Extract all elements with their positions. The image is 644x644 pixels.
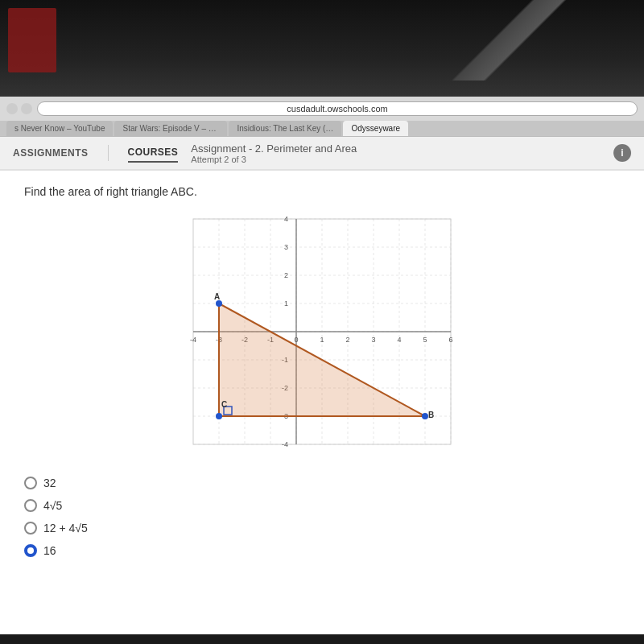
nav-back-button[interactable]	[6, 103, 18, 114]
nav-bar: ASSIGNMENTS COURSES Assignment - 2. Peri…	[0, 137, 644, 171]
point-c-dot	[216, 413, 222, 419]
assignment-title: Assignment - 2. Perimeter and Area	[191, 142, 613, 155]
radio-d[interactable]	[24, 544, 37, 557]
svg-text:-4: -4	[190, 336, 196, 344]
tab-youtube[interactable]: s Never Know – YouTube	[6, 121, 113, 136]
page-content: ASSIGNMENTS COURSES Assignment - 2. Peri…	[0, 137, 644, 634]
tab-insidious[interactable]: Insidious: The Last Key (2018) Watc...	[229, 121, 341, 136]
svg-text:0: 0	[294, 336, 298, 344]
assignments-nav[interactable]: ASSIGNMENTS	[13, 144, 89, 162]
graph-container: -3 -2 -1 0 1 2 3 4 5 6 -4 4 3 2 1 -1 -2 …	[169, 211, 475, 460]
browser-controls	[6, 103, 32, 114]
browser-chrome: cusdadult.owschools.com s Never Know – Y…	[0, 97, 644, 137]
svg-text:1: 1	[320, 336, 324, 344]
radio-a[interactable]	[24, 477, 37, 489]
svg-text:-4: -4	[282, 440, 288, 448]
laptop-top	[0, 0, 644, 97]
assignment-label: Assignment	[191, 142, 246, 155]
svg-text:3: 3	[371, 336, 375, 344]
assignment-name: - 2. Perimeter and Area	[249, 142, 357, 155]
question-area: Find the area of right triangle ABC.	[0, 171, 644, 634]
choice-a-label: 32	[43, 477, 56, 489]
choice-c-label: 12 + 4√5	[43, 522, 88, 535]
radio-b[interactable]	[24, 499, 37, 512]
nav-links: ASSIGNMENTS COURSES	[13, 143, 178, 163]
svg-text:1: 1	[284, 299, 288, 308]
point-a-label: A	[214, 292, 220, 301]
svg-text:4: 4	[284, 215, 288, 223]
svg-text:5: 5	[423, 336, 427, 344]
tab-odysseyware[interactable]: Odysseyware	[343, 121, 408, 136]
courses-nav[interactable]: COURSES	[128, 143, 179, 163]
choice-b[interactable]: 4√5	[24, 499, 620, 512]
assignment-info: Assignment - 2. Perimeter and Area Attem…	[191, 142, 613, 164]
nav-forward-button[interactable]	[21, 103, 32, 114]
choice-b-label: 4√5	[43, 499, 62, 512]
choice-a[interactable]: 32	[24, 477, 620, 489]
choice-c[interactable]: 12 + 4√5	[24, 522, 620, 535]
choice-d-label: 16	[43, 544, 56, 557]
radio-c[interactable]	[24, 522, 37, 535]
choice-d[interactable]: 16	[24, 544, 620, 557]
question-text: Find the area of right triangle ABC.	[24, 185, 620, 198]
svg-text:2: 2	[284, 271, 288, 279]
nav-divider	[108, 145, 109, 161]
point-c-label: C	[221, 400, 227, 409]
svg-text:4: 4	[397, 336, 401, 344]
svg-text:2: 2	[345, 336, 349, 344]
assignment-attempt: Attempt 2 of 3	[191, 155, 613, 164]
coordinate-graph: -3 -2 -1 0 1 2 3 4 5 6 -4 4 3 2 1 -1 -2 …	[169, 211, 475, 460]
svg-text:3: 3	[284, 243, 288, 251]
info-icon[interactable]: i	[613, 144, 631, 162]
browser-toolbar: cusdadult.owschools.com	[0, 97, 644, 121]
address-bar[interactable]: cusdadult.owschools.com	[37, 101, 638, 116]
answer-choices: 32 4√5 12 + 4√5 16	[24, 477, 620, 557]
point-a-dot	[216, 300, 222, 307]
tab-starwars[interactable]: Star Wars: Episode V – The Empire...	[114, 121, 227, 136]
tab-bar: s Never Know – YouTube Star Wars: Episod…	[0, 121, 644, 136]
point-b-dot	[422, 413, 428, 419]
point-b-label: B	[428, 411, 434, 419]
svg-text:6: 6	[448, 336, 452, 344]
